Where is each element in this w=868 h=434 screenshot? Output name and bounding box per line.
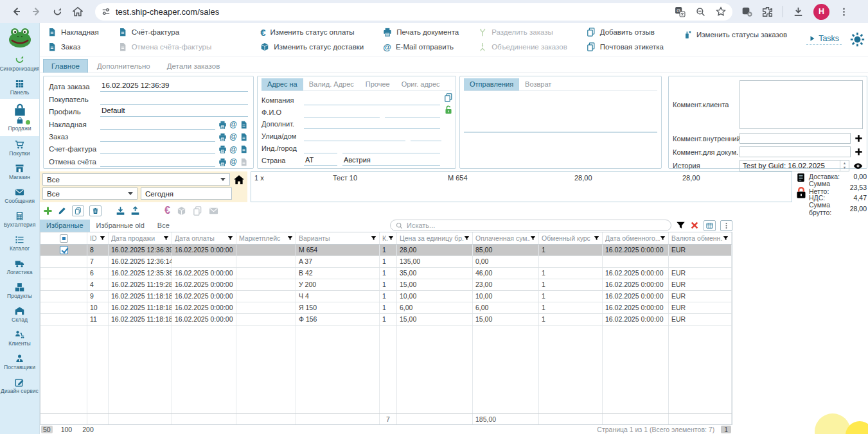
table-row[interactable]: 916.02.2025 11:18:1816.02.2025 0:00:00Ч … — [40, 291, 732, 302]
column-header[interactable]: Обменный курс — [539, 232, 603, 244]
sidebar-item-messages[interactable]: Сообщения — [0, 184, 39, 207]
sidebar-item-logistics[interactable]: Логистика — [0, 255, 39, 279]
email-icon[interactable]: @ — [229, 146, 237, 153]
status-filter-select[interactable]: Все — [42, 173, 230, 186]
add-review-button[interactable]: Добавить отзыв — [587, 26, 664, 38]
city-field[interactable] — [342, 144, 440, 153]
email-icon[interactable]: @ — [229, 133, 237, 141]
sidebar-item-clients[interactable]: Клиенты — [0, 326, 39, 350]
house-field[interactable] — [411, 132, 441, 141]
filter-funnel-icon[interactable] — [464, 236, 470, 241]
sidebar-item-dashboard[interactable]: Панель — [0, 75, 39, 99]
app-logo-frog[interactable] — [0, 23, 39, 51]
invoice-number-field[interactable] — [100, 144, 215, 154]
sidebar-item-accounting[interactable]: Бухгалтерия — [0, 207, 39, 231]
theme-sun-icon[interactable] — [850, 32, 865, 47]
invoice-cancel-field[interactable] — [100, 157, 215, 167]
row-select-cell[interactable] — [40, 245, 87, 256]
split-orders-button[interactable]: Разделить заказы — [478, 26, 567, 38]
row-select-cell[interactable] — [40, 302, 87, 313]
column-chooser-button[interactable] — [704, 220, 716, 231]
sidebar-item-sales-bag[interactable]: Продажи — [0, 99, 39, 136]
document-icon[interactable] — [240, 133, 248, 141]
print-icon[interactable] — [218, 121, 227, 129]
select-all-checkbox[interactable] — [60, 234, 68, 243]
table-row[interactable]: 416.02.2025 11:19:2816.02.2025 0:00:00У … — [40, 279, 732, 291]
column-header[interactable]: ID — [87, 232, 109, 244]
filter-funnel-icon[interactable] — [388, 236, 394, 241]
apply-filter-funnel-icon[interactable] — [676, 221, 686, 230]
filter-funnel-icon[interactable] — [100, 236, 105, 241]
print-icon[interactable] — [218, 158, 227, 166]
page-size-200[interactable]: 200 — [80, 426, 96, 433]
country-name-field[interactable]: Австрия — [342, 156, 440, 166]
internal-comment-input[interactable] — [740, 133, 851, 144]
browser-profile-avatar[interactable]: H — [813, 4, 829, 20]
locked-icon[interactable] — [795, 185, 808, 200]
grid-search-box[interactable] — [390, 220, 671, 231]
print-icon[interactable] — [218, 133, 227, 141]
order-button[interactable]: Заказ — [48, 41, 99, 53]
browser-reload-icon[interactable] — [49, 3, 66, 20]
filter-funnel-icon[interactable] — [371, 236, 376, 241]
tab-shipments[interactable]: Отправления — [464, 78, 519, 91]
grid-menu-button[interactable] — [720, 220, 732, 231]
filter-funnel-icon[interactable] — [163, 236, 169, 241]
page-size-100[interactable]: 100 — [59, 426, 75, 433]
tab-address-to[interactable]: Адрес на — [261, 78, 303, 91]
history-selector[interactable]: Test by Guid: 16.02.2025▲▼ — [740, 160, 849, 171]
stepper-arrows-icon[interactable]: ▲▼ — [840, 161, 849, 171]
change-payment-status-button[interactable]: €Изменить статус оплаты — [260, 26, 364, 38]
order-number-field[interactable] — [100, 132, 215, 142]
browser-home-icon[interactable] — [69, 3, 86, 20]
grid-tab-favorites-old[interactable]: Избранные old — [90, 220, 151, 232]
column-header[interactable]: Цена за единицу бр... — [397, 232, 473, 244]
tab-other[interactable]: Прочее — [360, 78, 396, 91]
country-code-field[interactable]: AT — [304, 156, 337, 166]
edit-pencil-icon[interactable] — [58, 206, 67, 215]
row-select-cell[interactable] — [40, 291, 87, 302]
print-document-button[interactable]: Печать документа — [383, 26, 459, 38]
filter-funnel-icon[interactable] — [594, 236, 599, 241]
sidebar-item-purchases-cart[interactable]: Покупки — [0, 136, 39, 160]
last-name-field[interactable] — [385, 108, 440, 117]
grid-tab-favorites[interactable]: Избранные — [40, 220, 90, 232]
first-name-field[interactable] — [304, 108, 380, 117]
tab-main[interactable]: Главное — [43, 59, 88, 73]
zip-field[interactable] — [304, 144, 337, 153]
order-date-field[interactable]: 16.02.2025 12:36:39 — [100, 82, 248, 92]
tab-additional[interactable]: Дополнительно — [89, 60, 158, 73]
invoice-note-button[interactable]: Накладная — [48, 26, 99, 38]
tasks-button[interactable]: Tasks — [806, 34, 842, 45]
tab-return[interactable]: Возврат — [519, 78, 557, 91]
filter-funnel-icon[interactable] — [287, 236, 293, 241]
zoom-icon[interactable] — [696, 7, 705, 17]
view-history-eye-icon[interactable] — [853, 161, 863, 171]
type-filter-select[interactable]: Все — [42, 187, 137, 200]
row-select-cell[interactable] — [40, 256, 87, 267]
copy-order-button[interactable] — [72, 205, 84, 216]
email-send-button[interactable]: @E-Mail отправить — [383, 41, 459, 53]
change-delivery-status-button[interactable]: Изменить статус доставки — [260, 41, 364, 53]
table-row[interactable]: 1016.02.2025 11:18:1816.02.2025 0:00:00Я… — [40, 302, 732, 314]
copy-address-icon[interactable] — [444, 93, 453, 102]
filter-funnel-icon[interactable] — [723, 236, 729, 241]
column-header[interactable]: Дата продажи — [109, 232, 172, 244]
table-row[interactable]: 816.02.2025 12:36:3916.02.2025 0:00:00M … — [40, 245, 732, 256]
delivery-note-field[interactable] — [100, 119, 215, 130]
add-document-comment-icon[interactable] — [855, 148, 863, 156]
sidebar-item-warehouse[interactable]: Склад — [0, 302, 39, 326]
column-header[interactable]: Дата оплаты — [172, 232, 236, 244]
select-all-cell[interactable] — [40, 232, 87, 244]
change-order-statuses-button[interactable]: Изменить статусы заказов — [683, 29, 787, 40]
summary-doc-icon[interactable] — [796, 173, 806, 182]
delete-order-button[interactable] — [89, 205, 102, 216]
tab-orig-address[interactable]: Ориг. адрес — [396, 78, 446, 91]
invoice-cancel-button[interactable]: Отмена счёта-фактуры — [118, 41, 212, 53]
import-icon[interactable] — [116, 206, 125, 216]
invoice-button[interactable]: Счёт-фактура — [118, 26, 212, 38]
document-comment-input[interactable] — [740, 146, 851, 157]
date-filter-input[interactable]: Сегодня — [141, 187, 232, 200]
site-settings-icon[interactable] — [102, 7, 111, 16]
print-icon[interactable] — [218, 145, 227, 153]
